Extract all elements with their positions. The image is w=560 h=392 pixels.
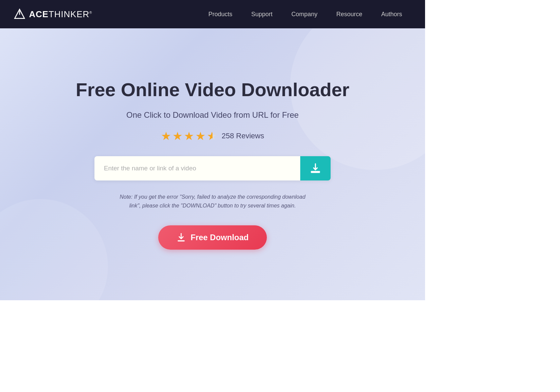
nav-link-authors[interactable]: Authors [372,7,412,21]
nav-item-support[interactable]: Support [242,7,282,21]
nav-link-company[interactable]: Company [282,7,327,21]
nav-item-company[interactable]: Company [282,7,327,21]
rating-row: ★ ★ ★ ★ ★ ★ 258 Reviews [161,129,264,143]
search-input[interactable] [94,156,300,180]
nav-link-products[interactable]: Products [199,7,242,21]
nav-link-resource[interactable]: Resource [327,7,372,21]
hero-section: Free Online Video Downloader One Click t… [0,28,425,300]
nav-item-products[interactable]: Products [199,7,242,21]
free-download-icon [176,233,186,242]
free-download-button[interactable]: Free Download [158,225,267,250]
logo[interactable]: ACETHINKER® [13,8,92,20]
nav-menu: Products Support Company Resource Author… [106,7,412,21]
search-button[interactable] [300,156,331,180]
logo-icon [13,8,26,20]
logo-text: ACETHINKER® [29,9,92,20]
hero-title: Free Online Video Downloader [76,79,349,101]
svg-rect-6 [177,240,185,242]
search-row [94,156,331,180]
star-1: ★ [161,129,171,143]
reviews-count: 258 Reviews [222,132,264,140]
star-rating: ★ ★ ★ ★ ★ ★ [161,129,217,143]
navbar: ACETHINKER® Products Support Company Res… [0,0,425,28]
star-2: ★ [172,129,183,143]
hero-subtitle: One Click to Download Video from URL for… [127,110,299,120]
nav-item-resource[interactable]: Resource [327,7,372,21]
nav-link-support[interactable]: Support [242,7,282,21]
download-icon [310,163,321,174]
star-4: ★ [195,129,205,143]
free-download-label: Free Download [191,233,249,242]
star-3: ★ [184,129,194,143]
nav-item-authors[interactable]: Authors [372,7,412,21]
star-5: ★ ★ [207,129,217,143]
note-text: Note: If you get the error "Sorry, faile… [118,193,307,211]
